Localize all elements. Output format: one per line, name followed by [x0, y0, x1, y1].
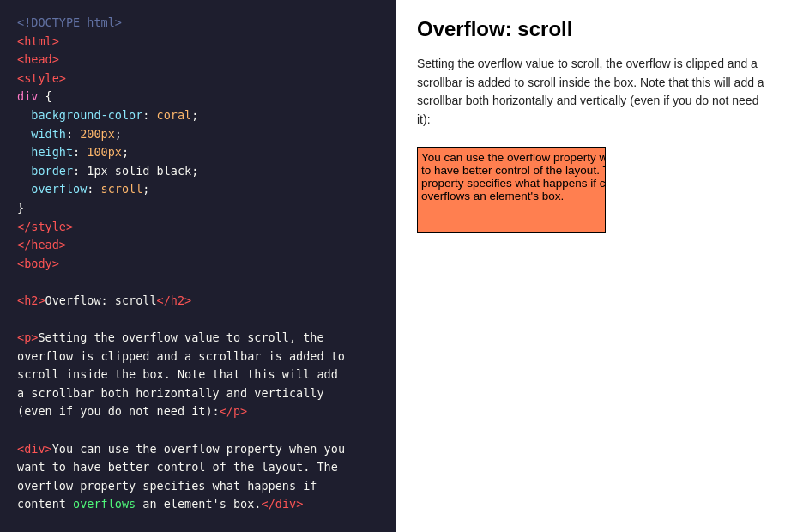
code-line: <div>You can use the overflow property w…	[17, 440, 379, 459]
code-line: overflow property specifies what happens…	[17, 477, 379, 496]
code-line: overflow: scroll;	[17, 180, 379, 199]
demo-box-content: You can use the overflow property when y…	[421, 151, 606, 203]
code-panel: <!DOCTYPE html><html><head><style>div { …	[0, 0, 396, 532]
code-line: <!DOCTYPE html>	[17, 14, 379, 33]
code-line	[17, 421, 379, 440]
preview-panel: Overflow: scroll Setting the overflow va…	[396, 0, 791, 532]
code-line: <h2>Overflow: scroll</h2>	[17, 292, 379, 311]
code-line: div {	[17, 88, 379, 106]
code-line: <body>	[17, 255, 379, 274]
code-line: </head>	[17, 236, 379, 255]
code-line: background-color: coral;	[17, 106, 379, 125]
code-line	[17, 311, 379, 329]
code-line: <p>Setting the overflow value to scroll,…	[17, 329, 379, 348]
code-line: content overflows an element's box.</div…	[17, 495, 379, 514]
code-line: a scrollbar both horizontally and vertic…	[17, 384, 379, 403]
demo-scroll-box[interactable]: You can use the overflow property when y…	[417, 147, 606, 233]
code-line: <style>	[17, 70, 379, 88]
code-line: border: 1px solid black;	[17, 162, 379, 181]
code-line	[17, 273, 379, 292]
code-line: (even if you do not need it):</p>	[17, 402, 379, 421]
code-line: }	[17, 199, 379, 218]
code-line: want to have better control of the layou…	[17, 458, 379, 477]
code-line: height: 100px;	[17, 143, 379, 162]
preview-description: Setting the overflow value to scroll, th…	[417, 55, 770, 130]
code-line: scroll inside the box. Note that this wi…	[17, 366, 379, 384]
code-line: width: 200px;	[17, 125, 379, 144]
code-line: overflow is clipped and a scrollbar is a…	[17, 348, 379, 366]
code-line: <html>	[17, 33, 379, 51]
code-line	[17, 514, 379, 532]
code-line: <head>	[17, 51, 379, 70]
preview-title: Overflow: scroll	[417, 17, 770, 41]
code-line: </style>	[17, 218, 379, 237]
